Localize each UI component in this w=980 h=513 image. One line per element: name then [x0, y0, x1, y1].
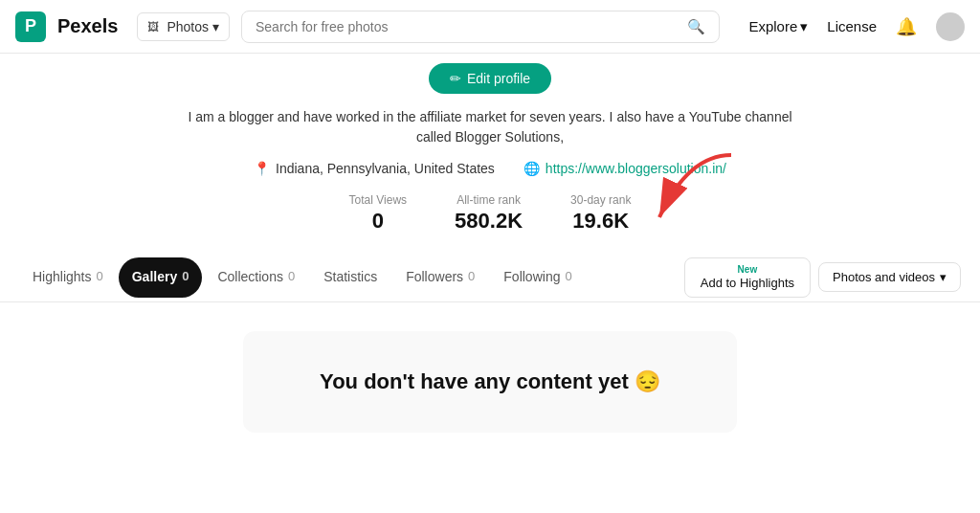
30day-rank-label: 30-day rank	[570, 193, 631, 207]
stats-container: Total Views 0 All-time rank 580.2K 30-da…	[349, 193, 632, 253]
search-input[interactable]	[256, 19, 679, 34]
tabs-row: Highlights 0 Gallery 0 Collections 0 Sta…	[0, 253, 980, 302]
tab-gallery[interactable]: Gallery 0	[119, 257, 203, 298]
photos-dropdown[interactable]: 🖼 Photos ▾	[137, 12, 230, 41]
location-item: 📍 Indiana, Pennsylvania, United States	[254, 161, 495, 176]
edit-icon: ✏	[450, 71, 461, 86]
top-nav: P Pexels 🖼 Photos ▾ 🔍 Explore ▾ License …	[0, 0, 980, 54]
content-area: You don't have any content yet 😔	[0, 302, 980, 433]
globe-icon: 🌐	[523, 161, 540, 176]
alltime-rank-label: All-time rank	[457, 193, 521, 207]
header-right: Explore ▾ License 🔔	[748, 12, 965, 41]
edit-profile-button[interactable]: ✏ Edit profile	[429, 63, 551, 94]
stat-total-views: Total Views 0	[349, 193, 407, 234]
empty-state-message: You don't have any content yet 😔	[320, 369, 660, 393]
chevron-down-icon: ▾	[212, 19, 219, 34]
location-text: Indiana, Pennsylvania, United States	[276, 161, 495, 176]
annotation-arrow	[640, 145, 746, 232]
explore-menu[interactable]: Explore ▾	[748, 18, 808, 35]
tab-statistics[interactable]: Statistics	[310, 257, 390, 298]
new-badge: New	[738, 265, 758, 275]
tab-collections[interactable]: Collections 0	[204, 257, 308, 298]
tab-followers[interactable]: Followers 0	[392, 257, 488, 298]
user-avatar[interactable]	[936, 12, 965, 41]
total-views-label: Total Views	[349, 193, 407, 207]
30day-rank-value: 19.6K	[572, 209, 629, 234]
logo-icon[interactable]: P	[15, 11, 46, 42]
total-views-value: 0	[372, 209, 384, 234]
license-link[interactable]: License	[827, 18, 877, 34]
profile-section: ✏ Edit profile I am a blogger and have w…	[0, 54, 980, 253]
search-bar[interactable]: 🔍	[241, 11, 720, 43]
stat-alltime-rank: All-time rank 580.2K	[455, 193, 523, 234]
location-icon: 📍	[254, 161, 270, 176]
photos-videos-button[interactable]: Photos and videos ▾	[818, 262, 961, 292]
notification-icon[interactable]: 🔔	[896, 16, 917, 37]
image-icon: 🖼	[147, 20, 159, 33]
add-to-highlights-button[interactable]: New Add to Highlights	[684, 257, 811, 298]
tab-highlights[interactable]: Highlights 0	[19, 257, 117, 298]
empty-state-box: You don't have any content yet 😔	[243, 331, 737, 433]
tabs-actions: New Add to Highlights Photos and videos …	[684, 257, 961, 298]
stats-row: Total Views 0 All-time rank 580.2K 30-da…	[349, 193, 632, 234]
profile-bio: I am a blogger and have worked in the af…	[184, 107, 796, 147]
logo-name: Pexels	[57, 15, 118, 37]
tab-following[interactable]: Following 0	[490, 257, 585, 298]
search-icon: 🔍	[687, 18, 705, 35]
alltime-rank-value: 580.2K	[455, 209, 523, 234]
chevron-down-icon: ▾	[940, 270, 947, 284]
stat-30day-rank: 30-day rank 19.6K	[570, 193, 631, 234]
